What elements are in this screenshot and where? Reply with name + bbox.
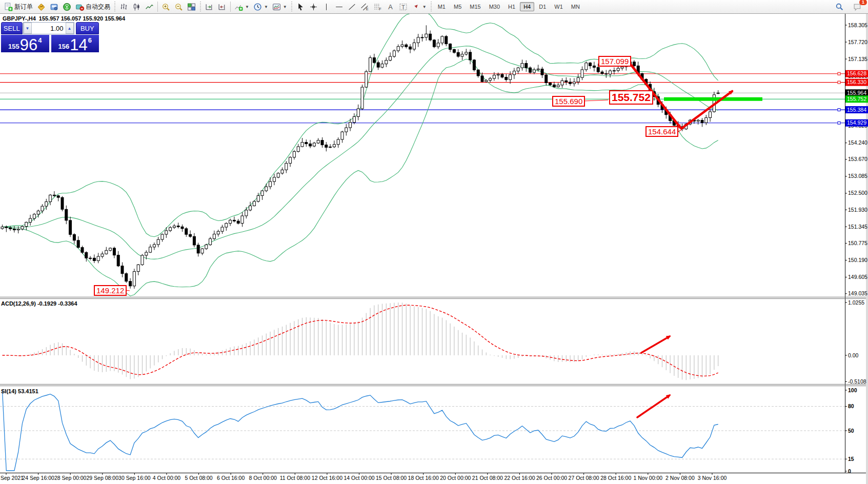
market-watch-icon (37, 3, 46, 11)
quote-line: GBPJPY-,H4155.957 156.057 155.920 155.96… (3, 15, 128, 22)
vertical-line-icon (322, 3, 331, 11)
svg-text:149.605: 149.605 (848, 274, 867, 280)
periods-button[interactable]: ▼ (251, 2, 270, 12)
autotrading-icon (75, 3, 84, 11)
chart-shift-button[interactable] (203, 2, 216, 12)
svg-text:1 Nov 00:00: 1 Nov 00:00 (634, 475, 663, 481)
zoom-out-button[interactable] (172, 2, 185, 12)
price-annotation[interactable]: 149.212 (94, 285, 127, 296)
sell-button[interactable]: SELL (1, 22, 23, 34)
svg-text:50: 50 (848, 428, 854, 434)
svg-text:154.240: 154.240 (848, 139, 867, 146)
tile-windows-button[interactable] (185, 2, 198, 12)
line-chart-button[interactable] (143, 2, 156, 12)
zoom-out-icon (174, 3, 183, 11)
timeframe-m30-button[interactable]: M30 (486, 2, 503, 11)
buy-price-display[interactable]: 156 14 6 (51, 35, 99, 52)
templates-button[interactable]: ▼ (270, 2, 289, 12)
svg-text:29 Sep 08:00: 29 Sep 08:00 (87, 475, 119, 481)
search-button[interactable] (833, 2, 846, 12)
text-label-tool-button[interactable]: T (397, 2, 410, 12)
horizontal-line-tool-button[interactable] (333, 2, 346, 12)
data-window-button[interactable] (48, 2, 60, 12)
svg-text:F: F (379, 7, 381, 11)
svg-text:30 Sep 16:00: 30 Sep 16:00 (118, 475, 151, 481)
timeframe-m5-button[interactable]: M5 (450, 2, 465, 11)
text-tool-button[interactable]: A (384, 2, 397, 12)
autotrading-button[interactable]: 自动交易 (73, 2, 112, 12)
price-annotation[interactable]: 157.099 (598, 56, 631, 67)
templates-caret-icon: ▼ (283, 5, 287, 9)
svg-text:149.035: 149.035 (848, 290, 867, 296)
timeframe-w1-button[interactable]: W1 (551, 2, 567, 11)
svg-text:11 Oct 08:00: 11 Oct 08:00 (280, 475, 311, 481)
timeframe-h4-button[interactable]: H4 (520, 2, 534, 11)
trendline-icon (348, 3, 356, 11)
svg-text:150.190: 150.190 (848, 257, 867, 263)
sell-price-prefix: 155 (8, 43, 19, 50)
buy-button[interactable]: BUY (76, 22, 99, 34)
timeframe-mn-button[interactable]: MN (568, 2, 583, 11)
buy-price-prefix: 156 (58, 43, 70, 50)
svg-text:3 Nov 16:00: 3 Nov 16:00 (698, 475, 727, 481)
sell-price-display[interactable]: 155 96 4 (1, 35, 49, 52)
svg-text:E: E (366, 7, 368, 11)
svg-text:28 Oct 16:00: 28 Oct 16:00 (600, 475, 631, 481)
new-order-label: 新订单 (14, 3, 33, 11)
chart-canvas[interactable]: 158.305157.720157.135156.550155.965155.3… (0, 0, 868, 484)
periods-caret-icon: ▼ (264, 5, 268, 9)
arrows-tool-button[interactable]: ▼ (410, 2, 429, 12)
trendline-tool-button[interactable] (346, 2, 358, 12)
svg-text:15 Oct 08:00: 15 Oct 08:00 (376, 475, 407, 481)
svg-text:153.085: 153.085 (848, 173, 867, 179)
cursor-icon (296, 3, 305, 11)
svg-text:152.500: 152.500 (848, 190, 867, 196)
timeframe-m15-button[interactable]: M15 (466, 2, 484, 11)
svg-text:0: 0 (848, 468, 851, 474)
auto-scroll-button[interactable] (216, 2, 229, 12)
new-order-button[interactable]: 新订单 (2, 2, 35, 12)
zoom-in-icon (162, 3, 170, 11)
rsi-indicator-label: SI(14) 53.4151 (1, 388, 38, 394)
candlestick-chart-button[interactable] (130, 2, 143, 12)
indicators-button[interactable]: ▼ (232, 2, 251, 12)
ohlc-values: 155.957 156.057 155.920 155.964 (39, 15, 125, 22)
svg-text:156.628: 156.628 (847, 70, 866, 76)
svg-text:14 Oct 00:00: 14 Oct 00:00 (344, 475, 374, 481)
tile-windows-icon (187, 3, 196, 11)
trend-arrow (641, 336, 670, 353)
timeframe-m1-button[interactable]: M1 (434, 2, 449, 11)
crosshair-tool-button[interactable] (307, 2, 320, 12)
svg-text:8 Oct 00:00: 8 Oct 00:00 (249, 475, 277, 481)
vertical-line-tool-button[interactable] (320, 2, 333, 12)
svg-text:12 Oct 16:00: 12 Oct 16:00 (312, 475, 342, 481)
notifications-button[interactable]: 1 (851, 2, 864, 12)
sell-price-sup: 4 (38, 36, 42, 44)
channel-tool-button[interactable]: E (358, 2, 371, 12)
svg-text:6 Oct 16:00: 6 Oct 16:00 (217, 475, 245, 481)
volume-decrease-button[interactable]: ▼ (24, 23, 32, 34)
svg-text:22 Oct 16:00: 22 Oct 16:00 (504, 475, 535, 481)
svg-text:1.0255: 1.0255 (848, 299, 864, 306)
one-click-trading-panel: SELL ▼ ▲ BUY 155 96 4 156 14 6 (1, 22, 99, 52)
svg-text:0.00: 0.00 (848, 352, 859, 358)
svg-text:155.752: 155.752 (847, 96, 866, 102)
svg-text:155.964: 155.964 (847, 90, 866, 96)
timeframe-d1-button[interactable]: D1 (535, 2, 550, 11)
svg-text:5 Oct 08:00: 5 Oct 08:00 (185, 475, 212, 481)
volume-increase-button[interactable]: ▲ (66, 23, 74, 34)
bar-chart-icon (119, 3, 128, 11)
timeframe-h1-button[interactable]: H1 (504, 2, 519, 11)
bar-chart-button[interactable] (117, 2, 130, 12)
price-annotation[interactable]: 155.690 (552, 96, 585, 107)
volume-input[interactable] (32, 23, 66, 34)
market-watch-button[interactable] (35, 2, 48, 12)
macd-layer (3, 302, 718, 380)
price-annotation[interactable]: 154.644 (645, 126, 678, 137)
signals-button[interactable] (60, 2, 73, 12)
price-annotation[interactable]: 155.752 (609, 90, 653, 105)
zoom-in-button[interactable] (159, 2, 172, 12)
cursor-tool-button[interactable] (294, 2, 307, 12)
svg-text:Sep 2021: Sep 2021 (1, 475, 24, 481)
fibonacci-tool-button[interactable]: F (371, 2, 384, 12)
